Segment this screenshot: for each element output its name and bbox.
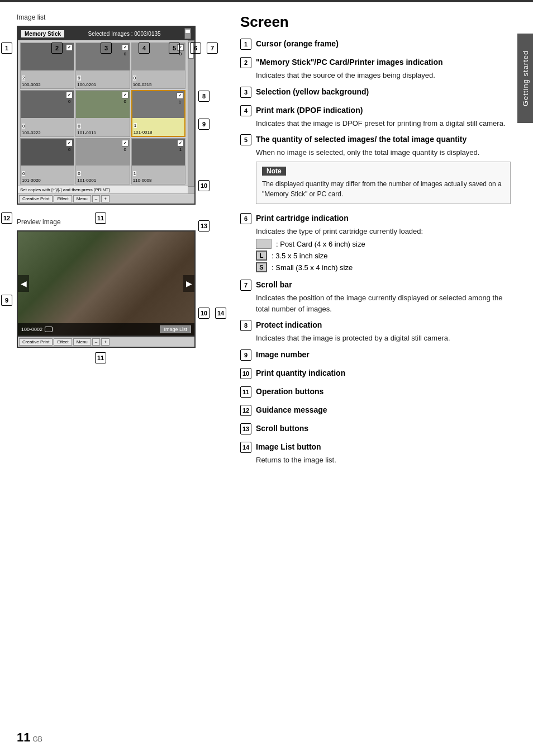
screen-item-5-body: When no image is selected, only the tota… bbox=[240, 147, 511, 158]
left-column: Image list Memory Stick Selected Images … bbox=[17, 13, 218, 471]
screen-item-2-header: 2 "Memory Stick"/PC Card/Printer images … bbox=[240, 57, 511, 68]
cartridge-icon-postcard bbox=[256, 239, 272, 249]
thumb-cell-5[interactable]: 0 101-0011 ✓ 0 bbox=[75, 90, 130, 136]
creative-print-button[interactable]: Creative Print bbox=[19, 195, 53, 202]
screen-num-badge-7: 7 bbox=[240, 280, 251, 291]
preview-box: ◀ ▶ 100-0002 Image List bbox=[17, 230, 196, 337]
screen-item-13: 13 Scroll buttons bbox=[240, 423, 511, 436]
thumb-icons-4: ✓ 0 bbox=[66, 92, 73, 104]
thumb-code-3: 100-0215 bbox=[133, 82, 152, 87]
preview-plus-button[interactable]: + bbox=[101, 338, 110, 346]
preview-creative-print-button[interactable]: Creative Print bbox=[19, 338, 53, 346]
thumb-cell-8[interactable]: 0 101-0201 ✓ 0 bbox=[75, 138, 130, 185]
preview-menu-button[interactable]: Menu bbox=[73, 338, 91, 346]
cartridge-icon-s: S bbox=[256, 262, 267, 272]
thumb-icons-9: ✓ 1 bbox=[177, 140, 184, 152]
callout-badge-5: 5 bbox=[169, 42, 180, 54]
thumb-code-4: 100-0222 bbox=[22, 130, 41, 135]
callout-2: 2 bbox=[51, 42, 64, 54]
screen-item-4-header: 4 Print mark (DPOF indication) bbox=[240, 105, 511, 116]
callout-badge-10: 10 bbox=[198, 180, 210, 191]
callout-11: 11 bbox=[95, 212, 107, 224]
screen-item-6-header: 6 Print cartridge indication bbox=[240, 213, 511, 224]
thumb-num-7: 0 bbox=[22, 171, 25, 176]
thumb-cell-7[interactable]: 0 101-0020 ✓ 0 bbox=[20, 138, 74, 185]
screen-item-12-header: 12 Guidance message bbox=[240, 405, 511, 416]
preview-bottom-bar: 100-0002 Image List bbox=[18, 323, 194, 336]
callout-badge-2: 2 bbox=[51, 42, 63, 54]
callout-badge-11: 11 bbox=[95, 212, 106, 224]
thumb-num-9: 1 bbox=[133, 171, 136, 176]
thumb-num-8: 0 bbox=[77, 171, 80, 176]
thumb-cell-9[interactable]: 1 110-0008 ✓ 1 bbox=[131, 138, 185, 185]
preview-callout-13: 13 bbox=[198, 220, 211, 231]
cartridge-label-s: : Small (3.5 x 4 inch) size bbox=[272, 263, 353, 272]
screen-item-14-header: 14 Image List button bbox=[240, 442, 511, 453]
thumb-icons-1: ✓ bbox=[66, 44, 73, 51]
preview-minus-button[interactable]: – bbox=[92, 338, 100, 346]
screen-item-5-header: 5 The quantity of selected images/ the t… bbox=[240, 134, 511, 145]
screen-num-badge-5: 5 bbox=[240, 134, 251, 145]
thumb-cell-1[interactable]: 2 100-0002 ✓ bbox=[20, 42, 74, 89]
page-num-suffix: GB bbox=[32, 735, 42, 743]
note-box: Note The displayed quantity may differ f… bbox=[256, 162, 511, 204]
screen-item-8-body: Indicates that the image is protected by… bbox=[240, 333, 511, 344]
callout-5: 5 bbox=[169, 42, 181, 54]
callout-3: 3 bbox=[101, 42, 113, 54]
preview-wrapper: ◀ ▶ 100-0002 Image List Creative Print bbox=[17, 230, 218, 348]
screen-num-badge-3: 3 bbox=[240, 87, 251, 98]
thumb-cell-6[interactable]: 1 101-0018 ✓ 1 bbox=[131, 90, 185, 136]
screen-item-3-title: Selection (yellow background) bbox=[256, 87, 369, 98]
note-text: The displayed quantity may differ from t… bbox=[262, 179, 505, 199]
screen-item-13-title: Scroll buttons bbox=[256, 423, 308, 434]
guidance-bar: Set copies with [+]/[-] and then press [… bbox=[18, 186, 188, 193]
camera-icon bbox=[45, 327, 53, 332]
thumb-code-7: 101-0020 bbox=[22, 178, 41, 183]
screen-item-8-header: 8 Protect indication bbox=[240, 320, 511, 331]
minus-button[interactable]: – bbox=[92, 195, 100, 202]
screen-num-badge-8: 8 bbox=[240, 320, 251, 331]
scroll-indicator bbox=[184, 28, 191, 39]
preview-left-arrow[interactable]: ◀ bbox=[18, 275, 29, 292]
scroll-block bbox=[185, 30, 190, 33]
image-list-button[interactable]: Image List bbox=[160, 325, 191, 333]
screen-item-7-body: Indicates the position of the image curr… bbox=[240, 292, 511, 314]
preview-effect-button[interactable]: Effect bbox=[54, 338, 72, 346]
image-list-label: Image list bbox=[17, 13, 218, 21]
preview-callout-badge-14: 14 bbox=[215, 308, 226, 319]
screen-item-9: 9 Image number bbox=[240, 349, 511, 362]
screen-item-4-body: Indicates that the image is DPOF preset … bbox=[240, 118, 511, 129]
callout-badge-6: 6 bbox=[190, 42, 201, 54]
screen-item-10: 10 Print quantity indication bbox=[240, 368, 511, 381]
print-icon-2: ✓ bbox=[122, 44, 129, 51]
callout-6: 6 bbox=[190, 42, 202, 54]
cartridge-icons: : Post Card (4 x 6 inch) size L : 3.5 x … bbox=[240, 239, 511, 274]
screen-item-7-title: Scroll bar bbox=[256, 280, 292, 291]
screen-item-2: 2 "Memory Stick"/PC Card/Printer images … bbox=[240, 57, 511, 81]
preview-section: Preview image ◀ ▶ 100-0002 Image List bbox=[17, 218, 218, 348]
thumb-icons-7: ✓ 0 bbox=[66, 140, 73, 152]
callout-badge-4: 4 bbox=[139, 42, 150, 54]
cartridge-row-3: S : Small (3.5 x 4 inch) size bbox=[256, 262, 511, 272]
menu-button[interactable]: Menu bbox=[73, 195, 91, 202]
preview-callout-badge-10: 10 bbox=[198, 308, 210, 319]
preview-right-arrow[interactable]: ▶ bbox=[183, 275, 194, 292]
plus-button[interactable]: + bbox=[101, 195, 110, 202]
callout-9: 9 bbox=[198, 119, 211, 130]
selected-info: Selected Images : 0003/0135 bbox=[88, 31, 160, 37]
thumb-icons-6: ✓ 1 bbox=[177, 92, 183, 105]
screen-item-3: 3 Selection (yellow background) bbox=[240, 87, 511, 100]
print-num-7: 0 bbox=[68, 147, 70, 152]
screen-item-4: 4 Print mark (DPOF indication) Indicates… bbox=[240, 105, 511, 129]
image-list-scrollbar[interactable] bbox=[188, 40, 194, 187]
print-icon-4: ✓ bbox=[66, 92, 73, 98]
screen-item-8: 8 Protect indication Indicates that the … bbox=[240, 320, 511, 344]
page-num-main: 11 bbox=[17, 730, 30, 745]
thumb-cell-4[interactable]: 0 100-0222 ✓ 0 bbox=[20, 90, 74, 136]
effect-button[interactable]: Effect bbox=[54, 195, 72, 202]
thumb-code-6: 101-0018 bbox=[134, 130, 153, 135]
thumb-num-2: 9 bbox=[77, 75, 80, 81]
print-icon-6: ✓ bbox=[177, 92, 183, 99]
callout-7: 7 bbox=[207, 42, 219, 54]
preview-callout-badge-11: 11 bbox=[95, 352, 106, 363]
